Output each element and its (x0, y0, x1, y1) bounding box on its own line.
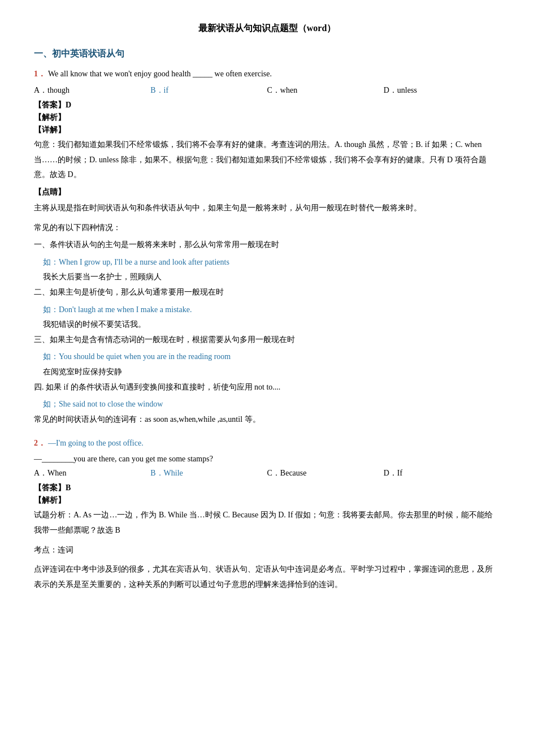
question1-tip-label: 【点睛】 (34, 187, 500, 197)
question2-fill: —________you are there, can you get me s… (34, 455, 500, 464)
question2-number: 2． (34, 439, 46, 447)
question2-analysis-label: 【解析】 (34, 495, 500, 506)
section1-title: 一、初中英语状语从句 (34, 48, 500, 60)
question1-option-a[interactable]: A．though (34, 85, 150, 96)
question1-detail-label: 【详解】 (34, 125, 500, 135)
question1-tip-intro: 主将从现是指在时间状语从句和条件状语从句中，如果主句是一般将来时，从句用一般现在… (34, 201, 500, 216)
question2-number-dialog: 2．—I'm going to the post office. (34, 436, 500, 450)
question1-option-b[interactable]: B．if (150, 85, 267, 96)
question2-option-d[interactable]: D．If (384, 468, 500, 478)
question1-tip-end: 常见的时间状语从句的连词有：as soon as,when,while ,as,… (34, 412, 500, 427)
question1-tip-common: 常见的有以下四种情况： (34, 221, 500, 236)
tip-item-1: 一、条件状语从句的主句是一般将来来时，那么从句常常用一般现在时 (34, 237, 500, 253)
tip-item-4: 四. 如果 if 的条件状语从句遇到变换间接和直接时，祈使句应用 not to.… (34, 380, 500, 395)
question-1: 1．We all know that we won't enjoy good h… (34, 67, 500, 427)
tip-item-1-example-cn: 我长大后要当一名护士，照顾病人 (43, 270, 500, 285)
question1-options: A．though B．if C．when D．unless (34, 85, 500, 96)
tip-item-2-example-cn: 我犯错误的时候不要笑话我。 (43, 317, 500, 332)
question1-number: 1． (34, 70, 46, 78)
question2-answer: 【答案】B (34, 483, 500, 493)
tip-item-3-example-cn: 在阅览室时应保持安静 (43, 365, 500, 380)
question2-option-a[interactable]: A．When (34, 468, 150, 478)
question2-kaodian: 考点：连词 (34, 543, 500, 558)
tip-item-4-example-en: 如；She said not to close the window (43, 397, 500, 412)
question2-analysis-content: 试题分析：A. As 一边…一边，作为 B. While 当…时候 C. Bec… (34, 508, 500, 538)
question1-analysis-label: 【解析】 (34, 113, 500, 123)
tip-item-1-example-en: 如：When I grow up, I'll be a nurse and lo… (43, 255, 500, 270)
question-2: 2．—I'm going to the post office. —______… (34, 436, 500, 592)
question2-pinglun: 点评连词在中考中涉及到的很多，尤其在宾语从句、状语从句、定语从句中连词是必考点。… (34, 562, 500, 592)
question1-answer: 【答案】D (34, 100, 500, 110)
tip-item-3-example-en: 如：You should be quiet when you are in th… (43, 349, 500, 365)
tip-item-2-example-en: 如：Don't laugh at me when I make a mistak… (43, 303, 500, 318)
tip-item-3: 三、如果主句是含有情态动词的一般现在时，根据需要从句多用一般现在时 (34, 332, 500, 348)
question2-option-b[interactable]: B．While (150, 468, 267, 478)
question2-options: A．When B．While C．Because D．If (34, 468, 500, 478)
question1-option-c[interactable]: C．when (267, 85, 384, 96)
tip-item-2: 二、如果主句是祈使句，那么从句通常要用一般现在时 (34, 285, 500, 300)
question1-detail: 句意：我们都知道如果我们不经常锻炼，我们将不会享有好的健康。考查连词的用法。A.… (34, 137, 500, 183)
question1-option-d[interactable]: D．unless (384, 85, 500, 96)
question1-text: 1．We all know that we won't enjoy good h… (34, 67, 500, 81)
question2-dialog: —I'm going to the post office. (48, 439, 144, 447)
question2-option-c[interactable]: C．Because (267, 468, 384, 478)
page-title: 最新状语从句知识点题型（word） (34, 23, 500, 34)
